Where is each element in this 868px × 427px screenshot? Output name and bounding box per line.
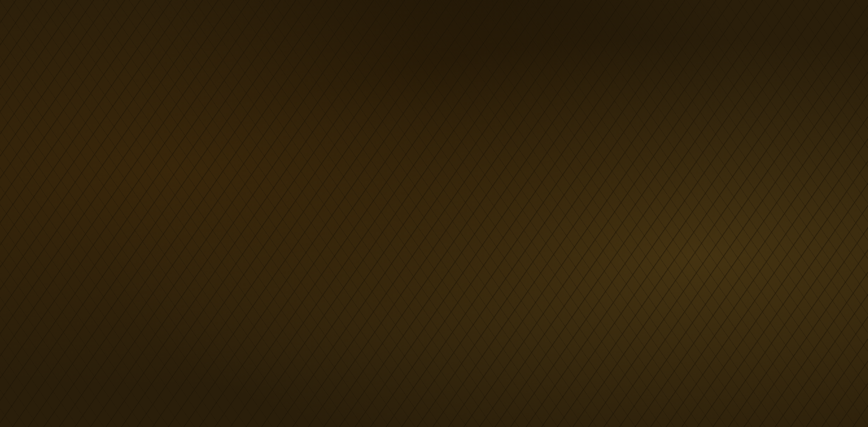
page-wrapper: Upgrade for the Ultimate Journey Play Bl… xyxy=(0,0,868,427)
background-texture xyxy=(0,0,868,427)
